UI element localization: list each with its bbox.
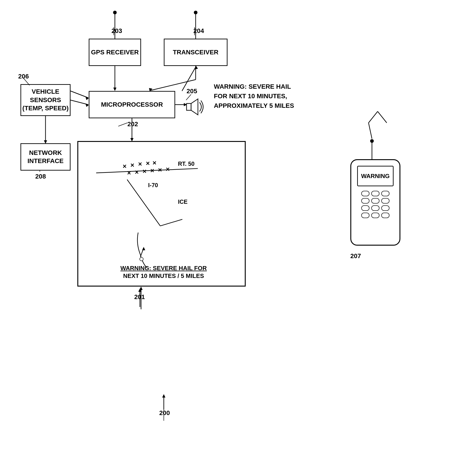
gps-label: GPS RECEIVER	[91, 48, 139, 56]
svg-text:×: ×	[138, 160, 142, 168]
phone-body: WARNING	[350, 159, 400, 246]
svg-text:×: ×	[143, 168, 146, 175]
svg-line-24	[368, 111, 378, 123]
svg-text:NEXT 10 MINUTES / 5 MILES: NEXT 10 MINUTES / 5 MILES	[123, 272, 204, 279]
network-interface-box: NETWORK INTERFACE	[20, 143, 70, 170]
svg-text:×: ×	[166, 166, 170, 173]
phone-key-11	[371, 213, 380, 218]
microprocessor-box: MICROPROCESSOR	[89, 91, 175, 118]
gps-receiver-box: GPS RECEIVER	[89, 39, 141, 66]
transceiver-label: TRANSCEIVER	[173, 48, 219, 56]
svg-marker-30	[191, 99, 198, 115]
svg-text:×: ×	[146, 160, 150, 167]
vehicle-sensors-box: VEHICLESENSORS(TEMP, SPEED)	[20, 84, 70, 116]
svg-text:WARNING: SEVERE HAIL FOR: WARNING: SEVERE HAIL FOR	[120, 265, 207, 272]
phone-key-4	[361, 198, 369, 204]
svg-rect-29	[187, 103, 191, 110]
phone-key-7	[361, 205, 369, 211]
ref-207: 207	[350, 253, 361, 260]
svg-text:×: ×	[152, 159, 156, 167]
svg-marker-12	[86, 97, 89, 100]
svg-marker-14	[86, 104, 89, 107]
speaker-icon	[185, 98, 204, 117]
phone-key-5	[371, 198, 380, 204]
ref-206: 206	[18, 73, 29, 80]
phone-keypad	[358, 191, 393, 218]
svg-marker-5	[113, 87, 117, 91]
svg-point-27	[370, 139, 374, 143]
svg-point-50	[140, 257, 143, 261]
vehicle-label: VEHICLESENSORS(TEMP, SPEED)	[22, 87, 69, 112]
map-svg: × × × × × × × × × × × RT. 50 I-70 ICE WA…	[81, 144, 247, 283]
phone-key-9	[381, 205, 389, 211]
svg-line-11	[70, 91, 88, 98]
svg-text:RT. 50: RT. 50	[178, 161, 194, 167]
phone-screen-text: WARNING	[361, 173, 390, 180]
ref-204: 204	[193, 27, 204, 34]
svg-line-25	[378, 111, 387, 123]
phone-key-6	[381, 198, 389, 204]
svg-line-59	[118, 123, 127, 126]
svg-text:ICE: ICE	[178, 199, 188, 205]
phone-key-10	[361, 213, 369, 218]
svg-line-31	[96, 169, 198, 173]
microprocessor-label: MICROPROCESSOR	[101, 101, 163, 109]
svg-point-3	[194, 11, 197, 14]
svg-text:×: ×	[130, 161, 134, 169]
ref-202: 202	[127, 120, 138, 128]
phone-screen: WARNING	[357, 166, 394, 186]
phone-key-1	[361, 191, 369, 196]
svg-text:×: ×	[150, 167, 154, 174]
display-screen-box: × × × × × × × × × × × RT. 50 I-70 ICE WA…	[77, 141, 246, 287]
svg-text:×: ×	[158, 166, 162, 173]
svg-line-33	[160, 219, 182, 226]
ref-203: 203	[111, 27, 122, 34]
svg-marker-22	[139, 287, 143, 290]
phone-key-12	[381, 213, 389, 218]
svg-marker-49	[142, 247, 145, 250]
svg-line-26	[368, 123, 372, 139]
transceiver-box: TRANSCEIVER	[164, 39, 227, 66]
phone-device: WARNING	[350, 159, 400, 246]
svg-point-1	[113, 11, 117, 14]
svg-text:×: ×	[127, 169, 131, 176]
phone-key-2	[371, 191, 380, 196]
ref-208: 208	[35, 173, 46, 180]
ref-205: 205	[187, 87, 197, 95]
phone-key-8	[371, 205, 380, 211]
ref-200: 200	[159, 409, 170, 417]
svg-text:I-70: I-70	[148, 182, 158, 188]
svg-marker-10	[194, 66, 198, 69]
diagram-container: GPS RECEIVER TRANSCEIVER MICROPROCESSOR …	[0, 0, 470, 476]
svg-text:×: ×	[135, 169, 139, 176]
svg-marker-56	[162, 394, 165, 398]
warning-text-display: WARNING: SEVERE HAILFOR NEXT 10 MINUTES,…	[214, 82, 294, 111]
ref-201: 201	[134, 293, 145, 301]
phone-key-3	[381, 191, 389, 196]
svg-text:×: ×	[123, 163, 126, 170]
network-label: NETWORK INTERFACE	[21, 149, 70, 165]
warning-label: WARNING: SEVERE HAILFOR NEXT 10 MINUTES,…	[214, 83, 294, 109]
svg-marker-54	[138, 288, 141, 292]
svg-line-13	[70, 100, 88, 105]
